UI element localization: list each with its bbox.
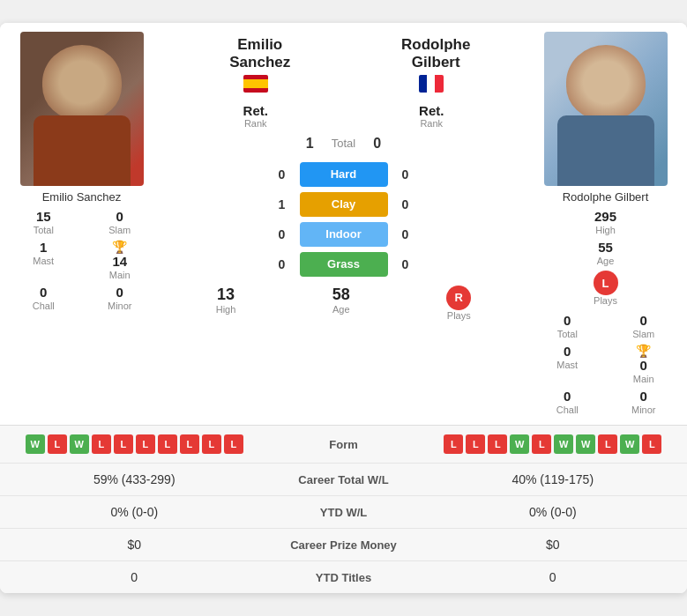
player-left-name: Emilio Sanchez bbox=[42, 190, 122, 204]
prize-money-row: $0 Career Prize Money $0 bbox=[0, 529, 687, 561]
total-score-left: 1 bbox=[306, 136, 314, 152]
career-wl-left: 59% (433-299) bbox=[13, 472, 256, 486]
total-label: Total bbox=[332, 137, 355, 150]
stat-plays-right: L Plays bbox=[594, 271, 618, 307]
badge-l: L bbox=[202, 434, 221, 454]
player-left-stats: 15 Total 0 Slam 1 Mast 🏆 14 Main 0 bbox=[4, 209, 159, 313]
ytd-wl-row: 0% (0-0) YTD W/L 0% (0-0) bbox=[0, 496, 687, 529]
badge-w: W bbox=[26, 434, 45, 454]
badge-w: W bbox=[70, 434, 89, 454]
ytd-wl-right: 0% (0-0) bbox=[432, 505, 675, 519]
badge-w: W bbox=[576, 434, 595, 454]
badge-l: L bbox=[598, 434, 617, 454]
surface-btn-clay[interactable]: Clay bbox=[300, 192, 388, 217]
player-right: Rodolphe Gilbert 295 High 55 Age L Plays bbox=[528, 32, 683, 416]
stat-total-right: 0 Total bbox=[533, 313, 602, 340]
flag-france bbox=[419, 75, 444, 93]
surface-btn-grass[interactable]: Grass bbox=[300, 252, 388, 277]
stat-main-left: 🏆 14 Main bbox=[86, 240, 155, 281]
stat-minor-right: 0 Minor bbox=[609, 389, 679, 416]
badge-l: L bbox=[114, 434, 133, 454]
surface-btn-indoor[interactable]: Indoor bbox=[300, 222, 388, 247]
plays-badge-left: R bbox=[446, 286, 471, 310]
clay-score-right: 0 bbox=[397, 197, 414, 212]
photo-rodolphe bbox=[544, 32, 668, 186]
stat-mast-left: 1 Mast bbox=[9, 240, 78, 281]
stat-slam-left: 0 Slam bbox=[86, 209, 155, 236]
form-left: W L W L L L L L L L bbox=[13, 434, 256, 454]
stat-slam-right: 0 Slam bbox=[609, 313, 679, 340]
plays-badge-right: L bbox=[594, 271, 618, 295]
center-col: Emilio Sanchez Rodolphe Gilbert bbox=[159, 32, 528, 416]
badge-l: L bbox=[532, 434, 551, 454]
career-wl-row: 59% (433-299) Career Total W/L 40% (119-… bbox=[0, 464, 687, 496]
indoor-score-right: 0 bbox=[397, 227, 414, 241]
badge-w: W bbox=[554, 434, 573, 454]
player-right-name: Rodolphe Gilbert bbox=[563, 190, 649, 204]
surface-row-hard: 0 Hard 0 bbox=[168, 162, 519, 187]
badge-l: L bbox=[642, 434, 661, 454]
badge-l: L bbox=[48, 434, 67, 454]
main-container: Emilio Sanchez 15 Total 0 Slam 1 Mast 🏆 … bbox=[0, 23, 687, 593]
stat-chall-left: 0 Chall bbox=[9, 285, 78, 312]
badge-w: W bbox=[510, 434, 529, 454]
clay-score-left: 1 bbox=[273, 197, 291, 212]
photo-emilio bbox=[20, 32, 144, 186]
surface-row-clay: 1 Clay 0 bbox=[168, 192, 519, 217]
badge-l: L bbox=[488, 434, 507, 454]
surface-btn-hard[interactable]: Hard bbox=[300, 162, 388, 187]
career-wl-right: 40% (119-175) bbox=[432, 472, 675, 486]
player-names-row: Emilio Sanchez Rodolphe Gilbert bbox=[168, 36, 519, 93]
flag-spain-row bbox=[198, 75, 313, 93]
badge-l: L bbox=[158, 434, 177, 454]
stat-age-right: 55 Age bbox=[597, 240, 615, 267]
badge-l: L bbox=[136, 434, 155, 454]
rank-left: Ret. Rank bbox=[243, 103, 268, 129]
career-wl-label: Career Total W/L bbox=[256, 473, 432, 486]
rank-right: Ret. Rank bbox=[419, 103, 444, 129]
hard-score-right: 0 bbox=[397, 167, 414, 182]
center-name-right: Rodolphe Gilbert bbox=[374, 36, 497, 71]
badge-w: W bbox=[620, 434, 639, 454]
trophy-icon-left: 🏆 bbox=[112, 240, 127, 254]
flag-spain bbox=[243, 75, 268, 93]
surface-row-indoor: 0 Indoor 0 bbox=[168, 222, 519, 247]
grass-score-right: 0 bbox=[397, 257, 414, 271]
bottom-section: W L W L L L L L L L Form L L L W bbox=[0, 425, 687, 593]
grass-score-left: 0 bbox=[273, 257, 291, 271]
center-name-left: Emilio Sanchez bbox=[198, 36, 322, 71]
form-right: L L L W L W W L W L bbox=[432, 434, 675, 454]
ytd-titles-label: YTD Titles bbox=[256, 571, 432, 584]
stat-high-right: 295 High bbox=[594, 209, 616, 236]
badge-l: L bbox=[92, 434, 111, 454]
ytd-wl-label: YTD W/L bbox=[256, 506, 432, 519]
stat-main-right: 🏆 0 Main bbox=[609, 344, 679, 385]
hard-score-left: 0 bbox=[273, 167, 291, 182]
ytd-titles-right: 0 bbox=[432, 570, 675, 584]
total-score-right: 0 bbox=[373, 136, 381, 152]
form-label: Form bbox=[256, 438, 432, 451]
player-left: Emilio Sanchez 15 Total 0 Slam 1 Mast 🏆 … bbox=[4, 32, 159, 416]
center-stats: 13 High 58 Age R Plays bbox=[168, 286, 519, 321]
center-stat-plays-left: R Plays bbox=[446, 286, 471, 321]
ytd-wl-left: 0% (0-0) bbox=[13, 505, 256, 519]
stat-total-left: 15 Total bbox=[9, 209, 78, 236]
form-badges-left: W L W L L L L L L L bbox=[13, 434, 256, 454]
badge-l: L bbox=[224, 434, 243, 454]
player-right-stats: 0 Total 0 Slam 0 Mast 🏆 0 Main 0 bbox=[528, 313, 683, 417]
stat-minor-left: 0 Minor bbox=[86, 285, 155, 312]
rank-row: Ret. Rank Ret. Rank bbox=[168, 103, 519, 129]
form-row: W L W L L L L L L L Form L L L W bbox=[0, 426, 687, 464]
ytd-titles-left: 0 bbox=[13, 570, 256, 584]
badge-l: L bbox=[180, 434, 199, 454]
form-badges-right: L L L W L W W L W L bbox=[432, 434, 675, 454]
flag-france-row bbox=[374, 75, 489, 93]
prize-money-left: $0 bbox=[13, 538, 256, 552]
trophy-icon-right: 🏆 bbox=[636, 344, 651, 358]
stat-chall-right: 0 Chall bbox=[533, 389, 602, 416]
center-stat-high-left: 13 High bbox=[216, 286, 236, 321]
badge-l: L bbox=[466, 434, 485, 454]
top-section: Emilio Sanchez 15 Total 0 Slam 1 Mast 🏆 … bbox=[0, 23, 687, 425]
surface-rows: 0 Hard 0 1 Clay 0 0 Indoor 0 0 Grass bbox=[168, 162, 519, 277]
ytd-titles-row: 0 YTD Titles 0 bbox=[0, 561, 687, 593]
